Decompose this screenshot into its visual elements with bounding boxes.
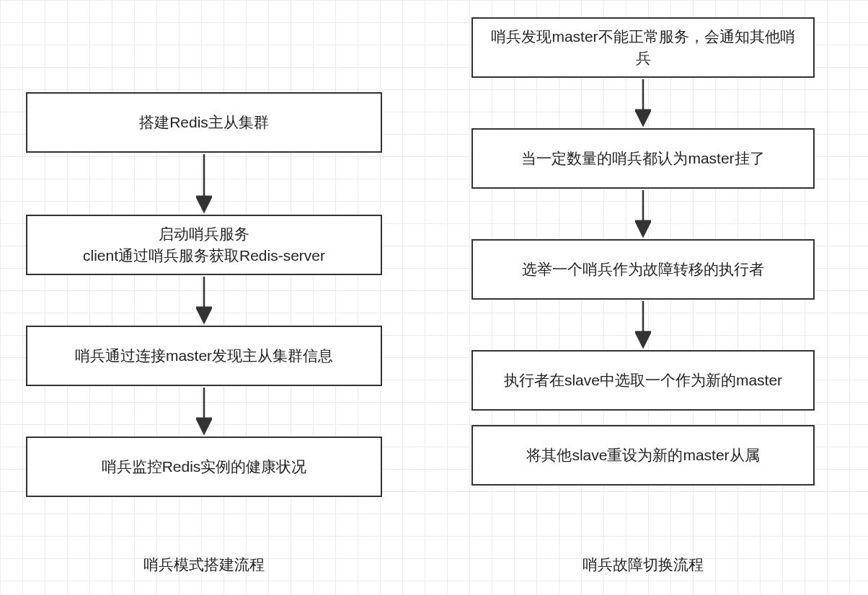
arrow-down <box>471 300 815 350</box>
caption-right: 哨兵故障切换流程 <box>471 555 815 575</box>
step-box: 哨兵发现master不能正常服务，会通知其他哨兵 <box>471 17 815 78</box>
step-text: 哨兵通过连接master发现主从集群信息 <box>75 345 333 367</box>
step-text: 当一定数量的哨兵都认为master挂了 <box>521 148 764 169</box>
arrow-down <box>26 153 382 215</box>
step-box: 当一定数量的哨兵都认为master挂了 <box>471 128 815 189</box>
arrow-down <box>26 275 382 326</box>
step-text: 启动哨兵服务client通过哨兵服务获取Redis-server <box>83 223 325 267</box>
step-box: 将其他slave重设为新的master从属 <box>471 425 815 486</box>
step-box: 执行者在slave中选取一个作为新的master <box>471 350 815 411</box>
gap <box>471 411 815 425</box>
step-text: 哨兵发现master不能正常服务，会通知其他哨兵 <box>484 26 802 70</box>
step-text: 将其他slave重设为新的master从属 <box>526 444 759 466</box>
step-box: 启动哨兵服务client通过哨兵服务获取Redis-server <box>26 215 382 275</box>
arrow-down <box>26 386 382 437</box>
flow-right: 哨兵发现master不能正常服务，会通知其他哨兵 当一定数量的哨兵都认为mast… <box>471 17 815 486</box>
arrow-down <box>471 189 815 239</box>
step-box: 搭建Redis主从集群 <box>26 92 382 153</box>
flow-left: 搭建Redis主从集群 启动哨兵服务client通过哨兵服务获取Redis-se… <box>26 92 382 497</box>
caption-left: 哨兵模式搭建流程 <box>26 555 382 575</box>
step-box: 选举一个哨兵作为故障转移的执行者 <box>471 239 815 300</box>
step-box: 哨兵监控Redis实例的健康状况 <box>26 437 382 497</box>
step-text: 选举一个哨兵作为故障转移的执行者 <box>522 259 764 280</box>
arrow-down <box>471 78 815 128</box>
step-text: 搭建Redis主从集群 <box>139 112 269 133</box>
step-text: 执行者在slave中选取一个作为新的master <box>504 370 782 391</box>
step-box: 哨兵通过连接master发现主从集群信息 <box>26 326 382 386</box>
step-text: 哨兵监控Redis实例的健康状况 <box>102 456 307 478</box>
